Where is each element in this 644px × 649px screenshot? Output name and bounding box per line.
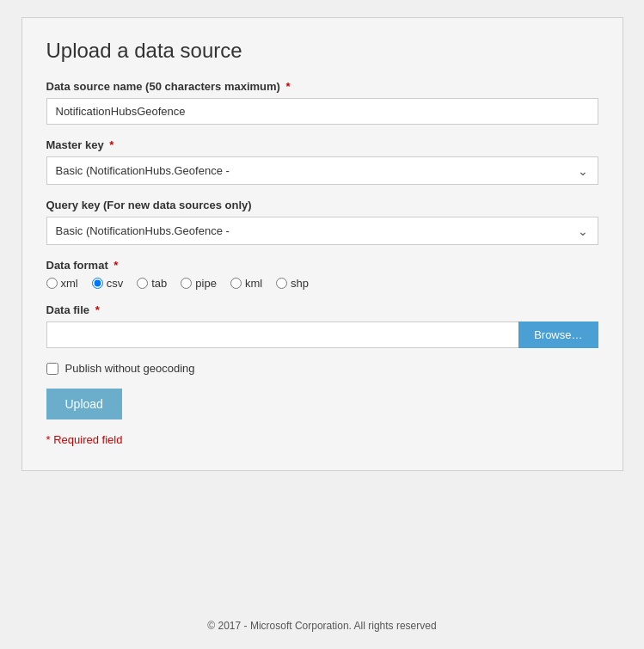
publish-geocoding-label[interactable]: Publish without geocoding (65, 362, 195, 375)
query-key-select[interactable]: Basic (NotificationHubs.Geofence - (46, 217, 598, 245)
data-source-name-group: Data source name (50 characters maximum)… (46, 80, 598, 125)
radio-option-tab[interactable]: tab (137, 277, 167, 290)
radio-csv[interactable] (92, 278, 103, 289)
footer: © 2017 - Microsoft Corporation. All righ… (0, 603, 644, 649)
data-source-name-input[interactable] (46, 98, 598, 125)
data-format-group: Data format * xml csv tab pipe kml (46, 259, 598, 290)
upload-form-container: Upload a data source Data source name (5… (21, 17, 623, 471)
radio-option-shp[interactable]: shp (276, 277, 309, 290)
radio-tab[interactable] (137, 278, 148, 289)
radio-option-csv[interactable]: csv (92, 277, 124, 290)
query-key-group: Query key (For new data sources only) Ba… (46, 199, 598, 245)
file-input-group: Browse… (46, 321, 598, 348)
query-key-label: Query key (For new data sources only) (46, 199, 598, 211)
required-asterisk-format: * (111, 259, 119, 272)
radio-option-xml[interactable]: xml (46, 277, 78, 290)
radio-pipe[interactable] (181, 278, 192, 289)
data-file-group: Data file * Browse… (46, 303, 598, 348)
publish-geocoding-group: Publish without geocoding (46, 362, 598, 375)
browse-button[interactable]: Browse… (518, 321, 598, 348)
query-key-select-wrapper: Basic (NotificationHubs.Geofence - ⌄ (46, 217, 598, 245)
master-key-label: Master key * (46, 138, 598, 151)
required-asterisk-name: * (283, 80, 291, 93)
required-asterisk-file: * (92, 303, 100, 316)
upload-button[interactable]: Upload (46, 389, 122, 419)
footer-text: © 2017 - Microsoft Corporation. All righ… (207, 620, 436, 632)
required-asterisk-master: * (107, 138, 114, 151)
data-format-radio-group: xml csv tab pipe kml shp (46, 277, 598, 290)
radio-shp[interactable] (276, 278, 287, 289)
required-field-note: * Required field (46, 433, 598, 446)
data-file-label: Data file * (46, 303, 598, 316)
data-source-name-label: Data source name (50 characters maximum)… (46, 80, 598, 93)
data-format-label: Data format * (46, 259, 598, 272)
page-title: Upload a data source (46, 39, 598, 63)
data-file-input[interactable] (46, 321, 519, 348)
radio-option-pipe[interactable]: pipe (181, 277, 217, 290)
radio-xml[interactable] (46, 278, 58, 289)
master-key-group: Master key * Basic (NotificationHubs.Geo… (46, 138, 598, 185)
radio-kml[interactable] (230, 278, 242, 289)
master-key-select-wrapper: Basic (NotificationHubs.Geofence - ⌄ (46, 156, 598, 185)
publish-geocoding-checkbox[interactable] (46, 363, 58, 375)
radio-option-kml[interactable]: kml (230, 277, 262, 290)
master-key-select[interactable]: Basic (NotificationHubs.Geofence - (46, 156, 598, 185)
